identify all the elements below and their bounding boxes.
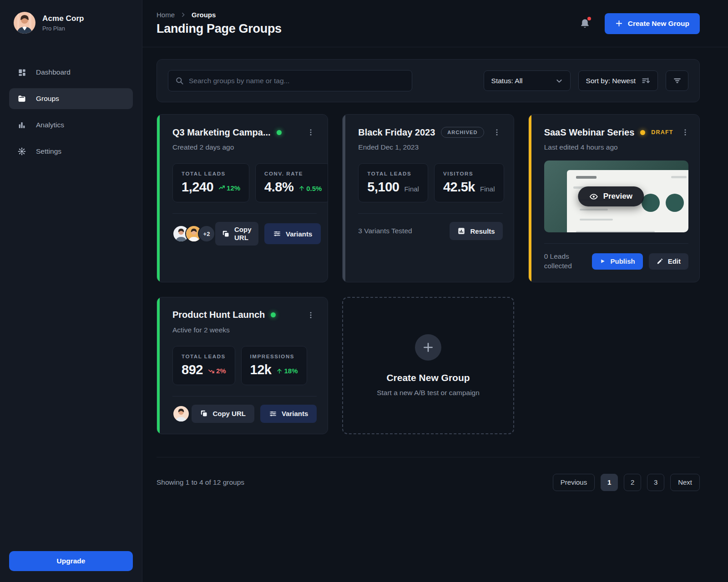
org-avatar — [14, 12, 35, 34]
stat-total-leads: TOTAL LEADS 5,100 Final — [358, 163, 428, 202]
stat-delta-value: 2% — [216, 367, 226, 375]
copy-url-button[interactable]: Copy URL — [192, 405, 254, 423]
stat-value: 5,100 — [367, 180, 399, 195]
draft-status-dot — [640, 130, 645, 135]
stat-label: TOTAL LEADS — [182, 354, 226, 359]
sidebar-item-groups[interactable]: Groups — [9, 88, 133, 109]
bar-chart-icon — [17, 120, 26, 130]
leads-collected-note: 0 Leads collected — [544, 252, 590, 271]
variants-button[interactable]: Variants — [260, 405, 317, 423]
variants-button[interactable]: Variants — [264, 223, 321, 244]
copy-url-label: Copy URL — [234, 226, 252, 242]
results-label: Results — [470, 227, 495, 235]
stat-suffix: Final — [404, 185, 419, 193]
status-filter-select[interactable]: Status: All — [484, 70, 571, 91]
card-actions: Copy URL Variants — [215, 222, 321, 246]
notifications-button[interactable] — [577, 16, 593, 31]
card-stats: TOTAL LEADS 892 2% — [172, 346, 317, 385]
search-icon — [175, 76, 184, 85]
plus-icon — [615, 20, 623, 27]
card-actions: Publish Edit — [592, 253, 688, 270]
copy-icon — [222, 230, 230, 238]
pencil-icon — [657, 258, 663, 265]
card-meta: Active for 2 weeks — [172, 326, 317, 334]
card-title: Black Friday 2023 — [358, 127, 435, 138]
publish-button[interactable]: Publish — [592, 253, 642, 270]
card-footer: +2 Copy URL — [172, 213, 317, 246]
edit-button[interactable]: Edit — [649, 253, 688, 270]
sliders-icon — [269, 410, 277, 418]
results-summary: Showing 1 to 4 of 12 groups — [157, 478, 244, 487]
card-title: Q3 Marketing Campa... — [172, 127, 271, 138]
card-menu-button[interactable] — [305, 309, 317, 321]
copy-url-button[interactable]: Copy URL — [215, 222, 258, 246]
groups-grid: Q3 Marketing Campa... Created 2 days ago… — [157, 114, 700, 434]
page-button-1[interactable]: 1 — [601, 474, 618, 491]
avatar-stack — [172, 405, 190, 422]
page-button-3[interactable]: 3 — [647, 474, 664, 491]
create-new-group-button[interactable]: Create New Group — [605, 13, 700, 34]
search-input[interactable] — [189, 77, 405, 85]
filter-bar: Status: All Sort by: Newest — [157, 59, 700, 102]
previous-page-button[interactable]: Previous — [553, 474, 595, 491]
results-button[interactable]: Results — [450, 222, 502, 240]
avatar-stack: +2 — [172, 225, 215, 242]
sidebar-item-dashboard[interactable]: Dashboard — [9, 62, 133, 83]
card-menu-button[interactable] — [491, 126, 503, 138]
copy-icon — [200, 410, 208, 417]
results-chart-icon — [457, 227, 465, 235]
card-header: Q3 Marketing Campa... — [172, 126, 317, 138]
stat-conv-rate: CONV. RATE 4.8% 0.5% — [255, 163, 328, 202]
card-menu-button[interactable] — [305, 126, 317, 138]
sort-select[interactable]: Sort by: Newest — [578, 70, 658, 91]
advanced-filter-button[interactable] — [666, 70, 688, 91]
sidebar-item-analytics[interactable]: Analytics — [9, 115, 133, 135]
breadcrumb-groups: Groups — [192, 11, 216, 19]
card-menu-button[interactable] — [679, 126, 691, 138]
card-title: SaaS Webinar Series — [544, 127, 635, 138]
create-group-card[interactable]: Create New Group Start a new A/B test or… — [342, 297, 514, 434]
variants-label: Variants — [286, 230, 312, 238]
card-footer: Copy URL Variants — [172, 396, 317, 423]
org-name: Acme Corp — [42, 14, 84, 23]
group-card-black-friday: Black Friday 2023 ARCHIVED Ended Dec 1, … — [342, 114, 514, 282]
card-meta: Ended Dec 1, 2023 — [358, 143, 502, 151]
avatar — [172, 405, 190, 422]
sort-desc-icon — [642, 76, 650, 85]
upgrade-button[interactable]: Upgrade — [9, 551, 133, 571]
group-card-q3-marketing: Q3 Marketing Campa... Created 2 days ago… — [157, 114, 328, 282]
avatar-overflow-badge: +2 — [198, 225, 215, 242]
preview-label: Preview — [603, 192, 632, 201]
card-title: Product Hunt Launch — [172, 310, 265, 320]
page-preview-thumbnail[interactable]: Preview — [544, 161, 688, 232]
chevron-down-icon — [556, 77, 563, 85]
filter-controls: Status: All Sort by: Newest — [484, 70, 688, 91]
sidebar-item-settings[interactable]: Settings — [9, 141, 133, 162]
sidebar-item-label: Settings — [36, 147, 61, 156]
next-page-button[interactable]: Next — [670, 474, 700, 491]
folder-icon — [17, 94, 26, 103]
active-status-dot — [277, 130, 282, 135]
preview-overlay-button[interactable]: Preview — [578, 186, 644, 206]
copy-url-label: Copy URL — [212, 410, 246, 417]
gear-icon — [17, 147, 26, 156]
app-root: Acme Corp Pro Plan Dashboard — [0, 0, 728, 582]
breadcrumb-home[interactable]: Home — [157, 11, 175, 19]
card-stats: TOTAL LEADS 1,240 12% — [172, 163, 317, 202]
card-meta: Created 2 days ago — [172, 143, 317, 151]
edit-label: Edit — [668, 257, 681, 265]
filter-lines-icon — [673, 76, 682, 85]
arrow-up-icon — [276, 368, 283, 374]
org-header[interactable]: Acme Corp Pro Plan — [9, 12, 133, 34]
page-button-2[interactable]: 2 — [624, 474, 641, 491]
status-filter-label: Status: All — [491, 77, 523, 85]
create-card-subtitle: Start a new A/B test or campaign — [377, 389, 480, 397]
stat-label: VISITORS — [443, 171, 495, 176]
stat-total-leads: TOTAL LEADS 892 2% — [172, 346, 235, 385]
play-icon — [600, 258, 606, 264]
card-footer: 0 Leads collected Publish — [544, 243, 688, 271]
stat-value: 1,240 — [182, 180, 213, 195]
stat-value: 4.8% — [264, 180, 293, 195]
create-new-group-label: Create New Group — [628, 20, 689, 28]
stat-delta-value: 0.5% — [306, 185, 322, 192]
